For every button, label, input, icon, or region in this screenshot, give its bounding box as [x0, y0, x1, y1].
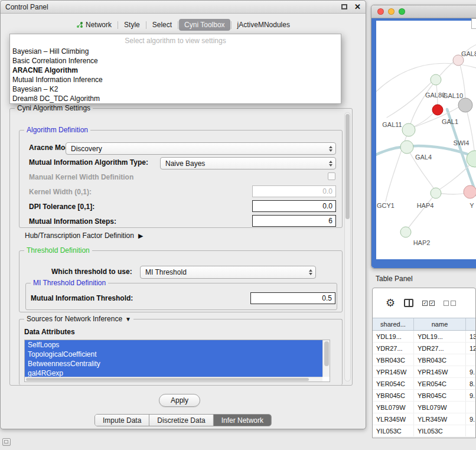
table-row[interactable]: YIL053CYIL053C	[373, 425, 475, 437]
bottom-tab-impute-data[interactable]: Impute Data	[95, 415, 149, 426]
mi-steps-field[interactable]: 6	[252, 215, 336, 227]
table-row[interactable]: YBR043CYBR043C	[373, 354, 475, 366]
list-vertical-scrollbar[interactable]	[322, 340, 330, 377]
network-node-label: GCY1	[377, 202, 395, 209]
select-all-columns-icon[interactable]: ✓ ✓	[422, 301, 435, 306]
algorithm-popup-item[interactable]: Dream8 DC_TDC Algorithm	[10, 94, 341, 103]
tab-select[interactable]: Select	[147, 19, 177, 31]
table-body: YDL19...YDL19...13YDR27...YDR27...12YBR0…	[373, 331, 475, 437]
table-row[interactable]: YLR345WYLR345W9.	[373, 413, 475, 425]
table-cell: YER054C	[373, 378, 414, 389]
table-column-header[interactable]: name	[414, 318, 466, 330]
tab-style[interactable]: Style	[119, 19, 145, 31]
dpi-tolerance-field[interactable]: 0.0	[252, 200, 336, 212]
traffic-light-close-icon[interactable]	[377, 8, 384, 15]
network-edge[interactable]	[407, 193, 436, 230]
deselect-all-columns-icon[interactable]	[444, 301, 456, 306]
network-node[interactable]	[400, 141, 413, 154]
which-threshold-value: MI Threshold	[145, 268, 309, 276]
network-node[interactable]	[432, 105, 443, 115]
apply-button[interactable]: Apply	[159, 394, 200, 407]
network-window-frame: GAL8GAL80GAL10GAL11GAL1SWI4GAL4GCY1HAP4Y…	[371, 18, 476, 268]
mi-threshold-group-title: MI Threshold Definition	[31, 279, 108, 287]
network-node-label: GAL1	[442, 118, 458, 125]
manual-kernel-checkbox[interactable]	[328, 172, 335, 180]
desktop-corner-icon[interactable]	[2, 438, 11, 446]
control-panel-titlebar[interactable]: Control Panel ✕	[1, 1, 366, 14]
tab-label: Cyni Toolbox	[184, 21, 224, 29]
table-header-row: shared...name	[373, 318, 475, 331]
table-row[interactable]: YPR145WYPR145W9.	[373, 366, 475, 378]
table-cell: YDL19...	[373, 331, 414, 342]
which-threshold-select[interactable]: MI Threshold	[140, 266, 316, 279]
table-cell	[466, 402, 475, 413]
bottom-tab-discretize-data[interactable]: Discretize Data	[149, 415, 213, 426]
mi-type-select[interactable]: Naive Bayes	[160, 157, 336, 169]
expanded-arrow-icon[interactable]: ▼	[125, 316, 131, 322]
table-row[interactable]: YBL079WYBL079W	[373, 402, 475, 413]
table-row[interactable]: YDR27...YDR27...12	[373, 343, 475, 354]
mi-type-value: Naive Bayes	[165, 159, 329, 168]
table-cell: YBR045C	[414, 390, 466, 401]
table-row[interactable]: YER054CYER054C8.	[373, 378, 475, 390]
network-node[interactable]	[402, 123, 415, 136]
tab-jactivemnodules[interactable]: jActiveMNodules	[232, 19, 295, 31]
table-cell: YPR145W	[373, 366, 414, 377]
data-attribute-item[interactable]: SelfLoops	[25, 340, 322, 350]
float-window-icon[interactable]	[341, 4, 347, 9]
table-cell	[466, 425, 475, 436]
algorithm-popup-item[interactable]: Bayesian – Hill Climbing	[10, 47, 341, 56]
table-row[interactable]: YBR045CYBR045C9.	[373, 390, 475, 402]
table-cell: YBR045C	[373, 390, 414, 401]
list-vertical-thumb[interactable]	[324, 341, 329, 366]
table-cell: YDL19...	[414, 331, 466, 342]
network-canvas-svg[interactable]: GAL8GAL80GAL10GAL11GAL1SWI4GAL4GCY1HAP4Y…	[376, 21, 476, 259]
tab-cyni-toolbox[interactable]: Cyni Toolbox	[179, 19, 230, 31]
network-canvas[interactable]: GAL8GAL80GAL10GAL11GAL1SWI4GAL4GCY1HAP4Y…	[376, 21, 476, 259]
bottom-tab-infer-network[interactable]: Infer Network	[213, 415, 271, 426]
traffic-light-minimize-icon[interactable]	[388, 8, 395, 15]
table-row[interactable]: YDL19...YDL19...13	[373, 331, 475, 343]
gear-icon[interactable]: ⚙	[386, 296, 395, 309]
algorithm-popup-item[interactable]: ARACNE Algorithm	[10, 66, 341, 75]
columns-icon[interactable]	[404, 299, 413, 307]
kernel-width-field[interactable]: 0.0	[252, 185, 336, 197]
threshold-definition-group: Threshold Definition Which threshold to …	[19, 250, 343, 312]
list-horizontal-scrollbar[interactable]	[25, 377, 322, 381]
network-scrollbar-fragment[interactable]	[471, 18, 476, 29]
algorithm-popup-item[interactable]: Bayesian – K2	[10, 84, 341, 94]
data-attribute-item[interactable]: TopologicalCoefficient	[25, 350, 322, 359]
network-node[interactable]	[431, 74, 441, 85]
algorithm-definition-group: Algorithm Definition Aracne Mode: Discov…	[19, 130, 343, 228]
aracne-mode-select[interactable]: Discovery	[66, 142, 336, 155]
dpi-tolerance-label: DPI Tolerance [0,1]:	[29, 203, 94, 211]
close-icon[interactable]: ✕	[354, 3, 361, 11]
network-icon	[76, 21, 83, 28]
settings-scrollbar-thumb[interactable]	[345, 114, 350, 219]
combo-arrows-icon	[329, 146, 334, 152]
network-node[interactable]	[458, 98, 472, 112]
table-cell: YDR27...	[373, 343, 414, 354]
tab-label: Network	[86, 21, 112, 29]
hub-definition-toggle[interactable]: Hub/Transcription Factor Definition ▶	[25, 231, 143, 240]
tab-network[interactable]: Network	[71, 19, 117, 31]
table-column-header[interactable]	[466, 318, 475, 330]
data-attributes-list[interactable]: SelfLoopsTopologicalCoefficientBetweenne…	[24, 340, 330, 382]
table-cell: YDR27...	[414, 343, 466, 354]
mi-steps-label: Mutual Information Steps:	[29, 217, 116, 226]
algorithm-popup-placeholder: Select algorithm to view settings	[10, 34, 341, 47]
settings-scrollbar[interactable]	[344, 112, 351, 381]
algorithm-popup-item[interactable]: Basic Correlation Inference	[10, 56, 341, 66]
network-window-titlebar[interactable]	[371, 5, 476, 18]
network-node[interactable]	[431, 188, 441, 198]
traffic-light-zoom-icon[interactable]	[399, 8, 405, 15]
mi-threshold-field[interactable]: 0.5	[250, 292, 335, 304]
list-horizontal-thumb[interactable]	[26, 378, 309, 381]
table-cell: 9.	[466, 413, 475, 425]
network-node[interactable]	[464, 185, 476, 198]
network-edge[interactable]	[465, 105, 475, 156]
network-node[interactable]	[400, 227, 411, 237]
algorithm-popup-item[interactable]: Mutual Information Inference	[10, 75, 341, 84]
table-column-header[interactable]: shared...	[373, 318, 414, 330]
data-attribute-item[interactable]: BetweennessCentrality	[25, 359, 322, 369]
